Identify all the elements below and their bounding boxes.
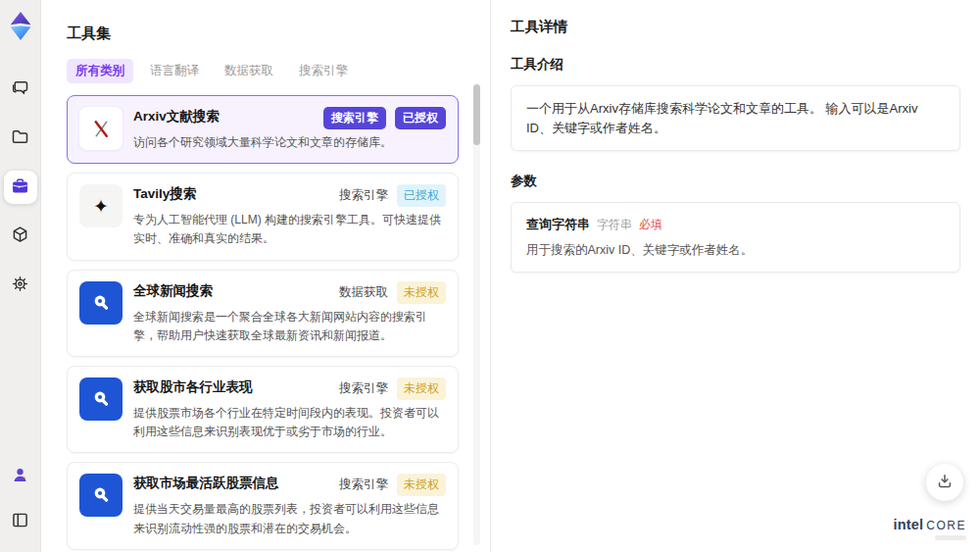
search-app-icon bbox=[89, 291, 113, 315]
tool-list-panel: 工具集 所有类别语言翻译数据获取搜索引擎 ✦ bbox=[41, 0, 490, 552]
category-tabs: 所有类别语言翻译数据获取搜索引擎 bbox=[67, 59, 465, 83]
tool-card-0[interactable]: ✦ Arxiv文献搜索 搜索引擎 bbox=[67, 95, 459, 164]
user-avatar-icon bbox=[10, 465, 30, 488]
list-scrollbar[interactable] bbox=[473, 84, 480, 545]
parameter-box: 查询字符串字符串必填 用于搜索的Arxiv ID、关键字或作者姓名。 bbox=[511, 202, 960, 273]
folder-icon bbox=[10, 126, 30, 150]
tool-name: 全球新闻搜索 bbox=[133, 281, 339, 300]
tool-detail-panel: 工具详情 工具介绍 一个用于从Arxiv存储库搜索科学论文和文章的工具。 输入可… bbox=[490, 0, 980, 552]
tool-description: 提供股票市场各个行业在特定时间段内的表现。投资者可以利用这些信息来识别表现优于或… bbox=[133, 404, 446, 441]
gear-icon bbox=[10, 274, 30, 297]
sidebar-item-tools[interactable] bbox=[4, 171, 37, 204]
brand-subline bbox=[935, 535, 966, 540]
sidebar-item-packages[interactable] bbox=[4, 220, 37, 253]
layout-panel-icon bbox=[10, 510, 30, 533]
tool-card-4[interactable]: ✦ 获取市场最活跃股票信息 搜索引擎 bbox=[67, 462, 459, 549]
category-tab-0[interactable]: 所有类别 bbox=[67, 59, 133, 83]
collapse-panel-button[interactable] bbox=[4, 505, 37, 538]
sidebar-item-files[interactable] bbox=[4, 122, 37, 155]
tool-description: 提供当天交易量最高的股票列表，投资者可以利用这些信息来识别流动性强的股票和潜在的… bbox=[133, 500, 446, 537]
search-app-icon bbox=[89, 483, 113, 507]
detail-title: 工具详情 bbox=[511, 18, 960, 36]
intro-heading: 工具介绍 bbox=[511, 56, 960, 74]
params-heading: 参数 bbox=[511, 173, 960, 190]
param-required-badge: 必填 bbox=[639, 218, 662, 231]
intel-core-logo: intelCORE bbox=[894, 516, 966, 540]
category-tag: 搜索引擎 bbox=[323, 107, 386, 129]
auth-status-badge: 未授权 bbox=[397, 474, 446, 496]
sidebar bbox=[0, 0, 41, 552]
category-tag: 数据获取 bbox=[339, 284, 388, 301]
auth-status-badge: 已授权 bbox=[397, 184, 446, 207]
tool-card-1[interactable]: ✦ Tavily搜索 搜索引擎 bbox=[67, 173, 459, 260]
cube-icon bbox=[10, 225, 30, 248]
tool-description: 访问各个研究领域大量科学论文和文章的存储库。 bbox=[133, 133, 446, 152]
page-title: 工具集 bbox=[67, 25, 465, 43]
param-name: 查询字符串 bbox=[526, 217, 590, 231]
tool-intro-text: 一个用于从Arxiv存储库搜索科学论文和文章的工具。 输入可以是Arxiv ID… bbox=[526, 99, 945, 137]
tool-intro-box: 一个用于从Arxiv存储库搜索科学论文和文章的工具。 输入可以是Arxiv ID… bbox=[511, 85, 960, 151]
tool-description: 全球新闻搜索是一个聚合全球各大新闻网站内容的搜索引擎，帮助用户快速获取全球最新资… bbox=[133, 308, 446, 345]
sidebar-item-settings[interactable] bbox=[4, 269, 37, 302]
tavily-sparkle-icon: ✦ bbox=[93, 197, 109, 216]
app-logo bbox=[6, 10, 35, 43]
chat-icon bbox=[10, 77, 30, 101]
user-profile-button[interactable] bbox=[4, 460, 37, 493]
param-type: 字符串 bbox=[597, 218, 632, 231]
auth-status-badge: 未授权 bbox=[397, 281, 446, 304]
tool-name: Tavily搜索 bbox=[133, 184, 339, 203]
tool-card-2[interactable]: ✦ 全球新闻搜索 数据获取 未授 bbox=[67, 270, 459, 357]
category-tag: 搜索引擎 bbox=[339, 477, 388, 493]
tool-name: Arxiv文献搜索 bbox=[133, 107, 323, 125]
category-tag: 搜索引擎 bbox=[339, 187, 388, 204]
download-button[interactable] bbox=[926, 464, 963, 501]
param-description: 用于搜索的Arxiv ID、关键字或作者姓名。 bbox=[526, 242, 945, 259]
tool-description: 专为人工智能代理 (LLM) 构建的搜索引擎工具。可快速提供实时、准确和真实的结… bbox=[133, 211, 446, 248]
category-tab-2[interactable]: 数据获取 bbox=[216, 59, 282, 83]
auth-status-badge: 已授权 bbox=[395, 107, 446, 129]
tool-name: 获取市场最活跃股票信息 bbox=[133, 474, 339, 492]
category-tab-1[interactable]: 语言翻译 bbox=[141, 59, 208, 83]
briefcase-icon bbox=[10, 176, 30, 199]
category-tab-3[interactable]: 搜索引擎 bbox=[290, 59, 357, 83]
download-icon bbox=[935, 472, 955, 494]
search-app-icon bbox=[89, 387, 113, 411]
sidebar-item-chat[interactable] bbox=[4, 73, 37, 106]
tool-card-list: ✦ Arxiv文献搜索 搜索引擎 bbox=[67, 95, 465, 552]
tool-name: 获取股市各行业表现 bbox=[133, 377, 339, 396]
intel-wordmark: intel bbox=[894, 517, 924, 532]
core-wordmark: CORE bbox=[926, 519, 966, 532]
auth-status-badge: 未授权 bbox=[397, 377, 446, 400]
scrollbar-thumb[interactable] bbox=[473, 84, 480, 145]
category-tag: 搜索引擎 bbox=[339, 380, 388, 397]
tool-card-3[interactable]: ✦ 获取股市各行业表现 搜索引擎 bbox=[67, 366, 459, 453]
arxiv-logo-icon bbox=[90, 118, 113, 140]
